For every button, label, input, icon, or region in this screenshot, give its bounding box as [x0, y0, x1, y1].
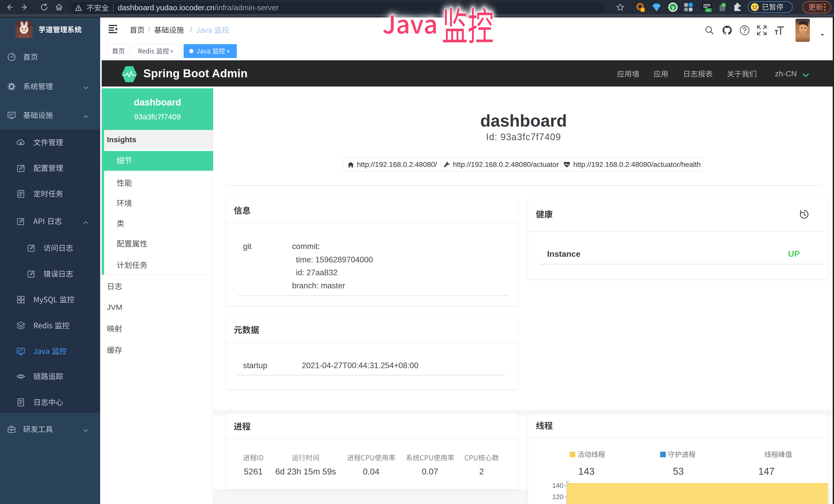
svg-text:1: 1	[642, 8, 643, 12]
svg-text:on: on	[707, 8, 710, 12]
svg-text:y: y	[672, 5, 675, 10]
